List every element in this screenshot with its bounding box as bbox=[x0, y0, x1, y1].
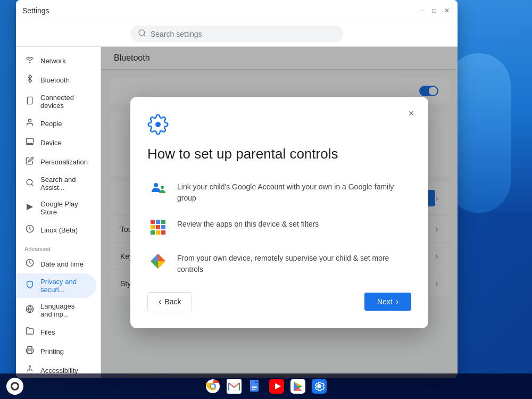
search-nav-icon bbox=[24, 178, 35, 189]
svg-marker-28 bbox=[158, 254, 165, 261]
sidebar-item-bluetooth[interactable]: Bluetooth bbox=[16, 70, 96, 89]
svg-point-5 bbox=[28, 119, 31, 122]
sidebar-item-device[interactable]: Device bbox=[16, 133, 96, 152]
taskbar-settings[interactable] bbox=[310, 377, 329, 396]
close-button[interactable]: ✕ bbox=[443, 6, 451, 15]
svg-rect-23 bbox=[161, 225, 165, 229]
step-1-text: Link your child's Google Account with yo… bbox=[177, 179, 411, 204]
shield-icon bbox=[24, 280, 35, 291]
back-chevron-icon: ‹ bbox=[159, 297, 161, 306]
svg-point-32 bbox=[12, 384, 18, 389]
modal-overlay: × How to set up parental controls bbox=[101, 47, 458, 378]
svg-point-36 bbox=[211, 385, 215, 388]
bluetooth-icon bbox=[24, 74, 35, 85]
family-link-icon bbox=[147, 179, 169, 201]
maximize-button[interactable]: □ bbox=[430, 6, 438, 15]
svg-rect-14 bbox=[28, 351, 32, 353]
modal-step-1: Link your child's Google Account with yo… bbox=[147, 179, 411, 204]
next-button[interactable]: Next › bbox=[364, 293, 411, 311]
svg-point-16 bbox=[154, 183, 158, 187]
search-icon bbox=[138, 29, 146, 39]
sidebar-item-date-time[interactable]: Date and time bbox=[16, 254, 96, 273]
sidebar-item-languages-label: Languages and inp... bbox=[40, 302, 88, 318]
sidebar-item-date-time-label: Date and time bbox=[40, 260, 84, 268]
step-3-text: From your own device, remotely supervise… bbox=[177, 251, 411, 275]
sidebar-item-search-label: Search and Assist... bbox=[40, 176, 88, 192]
sidebar-item-files-label: Files bbox=[40, 328, 55, 336]
person-icon bbox=[24, 118, 35, 129]
back-button[interactable]: ‹ Back bbox=[147, 292, 192, 311]
svg-line-1 bbox=[144, 35, 145, 36]
window-title: Settings bbox=[22, 6, 49, 15]
svg-point-17 bbox=[161, 186, 164, 189]
launcher-button[interactable] bbox=[6, 378, 23, 395]
sidebar-item-connected-devices[interactable]: Connected devices bbox=[16, 89, 96, 114]
title-bar: Settings – □ ✕ bbox=[16, 0, 458, 21]
sidebar-item-privacy-security[interactable]: Privacy and securi... bbox=[16, 273, 96, 298]
sidebar: Network Bluetooth Connected device bbox=[16, 47, 101, 378]
modal-title: How to set up parental controls bbox=[147, 146, 411, 162]
sidebar-section-advanced: Advanced bbox=[16, 239, 101, 254]
play-store-icon bbox=[24, 203, 35, 213]
taskbar-gmail[interactable] bbox=[225, 377, 244, 396]
svg-point-15 bbox=[29, 365, 31, 367]
family-link-diamond-icon bbox=[147, 251, 169, 272]
search-input[interactable] bbox=[151, 30, 336, 38]
modal-steps: Link your child's Google Account with yo… bbox=[147, 179, 411, 275]
play-grid-icon bbox=[147, 217, 169, 238]
settings-window: Settings – □ ✕ bbox=[16, 0, 458, 378]
sidebar-item-linux[interactable]: Linux (Beta) bbox=[16, 220, 96, 239]
sidebar-item-google-play[interactable]: Google Play Store bbox=[16, 196, 96, 220]
sidebar-item-personalization[interactable]: Personalization bbox=[16, 152, 96, 171]
svg-rect-26 bbox=[161, 230, 165, 235]
minimize-button[interactable]: – bbox=[417, 6, 426, 15]
modal-step-2: Review the apps on this device & set fil… bbox=[147, 217, 411, 238]
svg-rect-3 bbox=[27, 97, 32, 104]
taskbar-play-store[interactable] bbox=[288, 377, 307, 396]
taskbar-docs[interactable] bbox=[246, 377, 265, 396]
sidebar-item-bluetooth-label: Bluetooth bbox=[40, 76, 70, 84]
globe-icon bbox=[24, 305, 35, 315]
sidebar-item-printing[interactable]: Printing bbox=[16, 342, 96, 361]
sidebar-item-people-label: People bbox=[40, 120, 62, 128]
svg-marker-30 bbox=[151, 254, 158, 261]
sidebar-item-languages[interactable]: Languages and inp... bbox=[16, 298, 96, 322]
svg-point-0 bbox=[139, 30, 145, 36]
svg-rect-18 bbox=[151, 220, 155, 224]
next-chevron-icon: › bbox=[396, 297, 398, 306]
svg-line-9 bbox=[31, 184, 33, 186]
wifi-icon bbox=[24, 55, 35, 66]
sidebar-item-privacy-label: Privacy and securi... bbox=[40, 278, 88, 294]
svg-rect-39 bbox=[250, 380, 255, 385]
step-2-text: Review the apps on this device & set fil… bbox=[177, 217, 319, 230]
sidebar-item-connected-devices-label: Connected devices bbox=[40, 94, 88, 110]
svg-rect-21 bbox=[151, 225, 155, 229]
svg-rect-20 bbox=[161, 220, 165, 224]
sidebar-item-printing-label: Printing bbox=[40, 347, 64, 355]
sidebar-item-people[interactable]: People bbox=[16, 114, 96, 133]
svg-rect-41 bbox=[252, 387, 257, 388]
taskbar-apps bbox=[203, 377, 329, 396]
clock-icon bbox=[24, 259, 35, 269]
svg-rect-42 bbox=[252, 389, 255, 390]
sidebar-item-google-play-label: Google Play Store bbox=[40, 200, 88, 216]
svg-rect-25 bbox=[156, 230, 160, 235]
modal-footer: ‹ Back Next › bbox=[147, 292, 411, 311]
modal-close-button[interactable]: × bbox=[403, 105, 420, 122]
back-button-label: Back bbox=[164, 297, 181, 306]
linux-icon bbox=[24, 225, 35, 235]
sidebar-item-search-assistant[interactable]: Search and Assist... bbox=[16, 171, 96, 196]
content-area: Bluetooth Set up › Touchpad bbox=[101, 47, 458, 378]
taskbar-chrome[interactable] bbox=[203, 377, 222, 396]
next-button-label: Next bbox=[377, 297, 393, 306]
title-bar-controls: – □ ✕ bbox=[417, 6, 451, 15]
svg-rect-19 bbox=[156, 220, 160, 224]
svg-point-8 bbox=[27, 179, 32, 185]
folder-icon bbox=[24, 327, 35, 337]
taskbar-youtube[interactable] bbox=[267, 377, 286, 396]
modal-step-3: From your own device, remotely supervise… bbox=[147, 251, 411, 275]
sidebar-item-files[interactable]: Files bbox=[16, 322, 96, 342]
sidebar-item-network[interactable]: Network bbox=[16, 51, 96, 70]
parental-controls-modal: × How to set up parental controls bbox=[130, 97, 428, 328]
sidebar-item-linux-label: Linux (Beta) bbox=[40, 226, 78, 234]
